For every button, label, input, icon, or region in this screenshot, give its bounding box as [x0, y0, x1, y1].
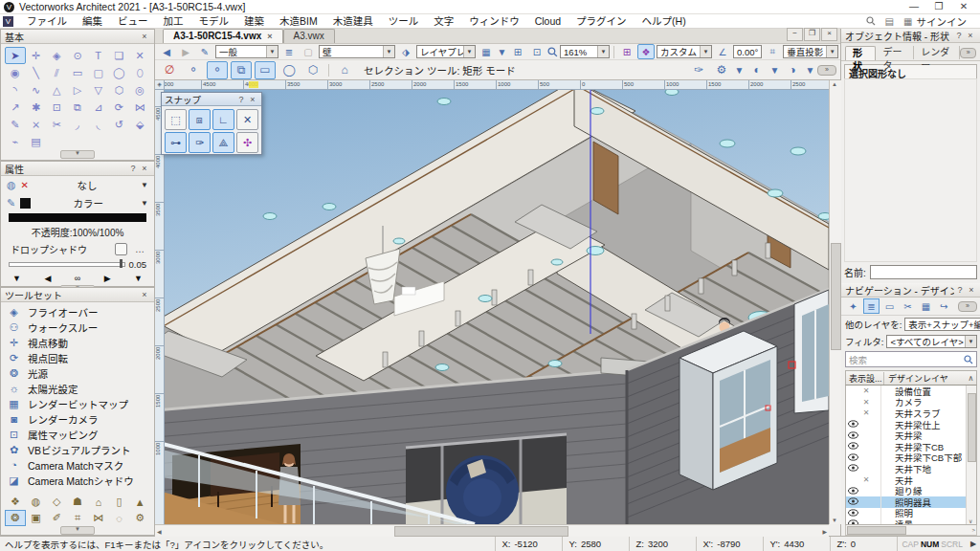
basic-tool-2[interactable]: ◈ [46, 47, 67, 64]
disable-interactive-icon[interactable]: ∅ [159, 61, 180, 79]
basic-tool-0[interactable]: ➤ [5, 47, 26, 64]
layer-list-vscrollbar[interactable]: ∨ [966, 386, 976, 524]
column-visibility[interactable]: 表示設... [846, 372, 884, 385]
help-icon[interactable]: ? [127, 164, 139, 173]
nav-mode-icon-3[interactable]: ✂ [900, 298, 916, 314]
toolset-item-5[interactable]: ☼太陽光設定 [1, 381, 154, 396]
object-info-overflow-button[interactable]: » [960, 48, 976, 58]
search-icon[interactable] [866, 16, 876, 26]
object-name-input[interactable] [870, 265, 977, 279]
column-design-layer[interactable]: デザインレイヤ [884, 372, 966, 385]
visible-eye-icon[interactable] [846, 463, 859, 474]
attributes-palette-titlebar[interactable]: 属性 ? × [1, 162, 154, 176]
rectangle-marquee-mode[interactable]: ▭ [255, 61, 276, 79]
basic-tool-18[interactable]: ▽ [88, 81, 109, 99]
tab-data[interactable]: データ [876, 46, 914, 59]
toolset-category-icon-0[interactable]: ❖ [5, 494, 26, 510]
close-icon[interactable]: × [965, 31, 976, 40]
mdi-close-button[interactable]: × [821, 28, 837, 41]
basic-tool-24[interactable]: ⧉ [67, 99, 88, 116]
canvas-vertical-scrollbar[interactable]: ▲ ▼ [829, 80, 841, 524]
layer-name[interactable]: 遠景 [881, 518, 976, 525]
menu-7[interactable]: 木造建具 [325, 14, 381, 29]
toolset-category-icon-1[interactable]: ◍ [26, 494, 47, 510]
layer-table-header[interactable]: 表示設... デザインレイヤ ∧ [845, 370, 977, 386]
basic-tool-8[interactable]: ╲ [26, 64, 47, 81]
rotate-plan-icon[interactable]: ∠ [714, 44, 731, 59]
hidden-icon[interactable]: ✕ [859, 408, 873, 417]
toolset-item-7[interactable]: ◙レンダーカメラ [1, 411, 154, 427]
multi-select-mode[interactable]: ⚬ [207, 61, 228, 79]
fill-style-icon[interactable]: ◍ [7, 179, 16, 191]
menu-5[interactable]: 建築 [236, 14, 272, 29]
toolset-category-icon-13[interactable]: ⚙ [129, 510, 150, 526]
nav-mode-icon-4[interactable]: ▦ [918, 298, 934, 314]
fit-page-icon[interactable]: ⊞ [509, 44, 526, 59]
toolset-category-icon-10[interactable]: ⌗ [67, 510, 88, 526]
menu-3[interactable]: 加工 [156, 14, 191, 29]
toolset-category-icon-4[interactable]: ⌂ [88, 494, 109, 510]
attr-dropdown-left[interactable]: ▼ [12, 274, 21, 283]
fit-objects-icon[interactable]: ⊡ [528, 44, 546, 59]
pickup-settings-icon[interactable]: ✑ [688, 61, 709, 79]
layer-filter-dropdown[interactable]: <すべてのレイヤ>▼ [886, 335, 977, 348]
fill-style-dropdown[interactable]: なし▼ [33, 178, 148, 192]
basic-tool-20[interactable]: ◎ [129, 81, 150, 99]
basic-collapse-bar[interactable]: ▼ [1, 150, 154, 159]
help-icon[interactable]: ? [953, 31, 965, 40]
pen-style-icon[interactable]: ✎ [7, 197, 15, 209]
forward-view-button[interactable]: ▶ [177, 44, 194, 59]
layer-row-遠景[interactable]: 遠景 [846, 518, 976, 525]
snap-mode-5[interactable]: ✑ [189, 132, 211, 153]
toolset-item-10[interactable]: ◔Camera Matchマスク [1, 457, 154, 473]
polygon-marquee-mode[interactable]: ⬡ [302, 61, 323, 79]
toolset-item-6[interactable]: ▦レンダービットマップ [1, 396, 154, 411]
menu-0[interactable]: ファイル [19, 14, 75, 29]
snap-mode-2[interactable]: ∟ [212, 109, 234, 130]
signin-button[interactable]: ▦サインイン [903, 14, 967, 29]
layer-options-icon[interactable]: ≣ [280, 44, 298, 59]
modebar-overflow-button[interactable]: » [817, 65, 836, 76]
minimize-button[interactable]: — [902, 1, 926, 13]
class-options-icon[interactable]: ✎ [196, 44, 213, 59]
snap-mode-0[interactable]: ⬚ [165, 109, 187, 130]
mdi-restore-button[interactable]: ❐ [804, 28, 820, 41]
layer-list-hscrollbar[interactable]: > [845, 525, 977, 536]
toolset-item-2[interactable]: ✛視点移動 [1, 335, 154, 350]
basic-palette-titlebar[interactable]: 基本 × [1, 30, 154, 44]
menu-2[interactable]: ビュー [110, 14, 156, 29]
close-icon[interactable]: × [139, 32, 150, 41]
nav-mode-icon-1[interactable]: ≣ [863, 298, 880, 314]
pen-style-dropdown[interactable]: カラー▼ [35, 196, 148, 210]
view-preset-dropdown[interactable]: カスタム▼ [657, 45, 712, 58]
toolset-category-icon-2[interactable]: ◇ [46, 494, 67, 510]
basic-tool-25[interactable]: ⊿ [88, 99, 109, 116]
basic-tool-29[interactable]: ⨯ [26, 116, 47, 133]
menu-1[interactable]: 編集 [75, 14, 110, 29]
toolset-category-icon-5[interactable]: ▯ [109, 494, 130, 510]
nav-mode-icon-0[interactable]: ✦ [845, 298, 861, 314]
help-icon[interactable]: ? [235, 95, 247, 104]
basic-tool-32[interactable]: ◟ [88, 116, 109, 133]
constraint-icon[interactable]: ⌗ [764, 44, 781, 59]
tab-document-2[interactable]: A3.vwx [283, 29, 335, 43]
toolset-category-icon-6[interactable]: ▲ [129, 494, 150, 510]
basic-tool-17[interactable]: ▷ [67, 81, 88, 99]
visible-eye-icon[interactable] [846, 452, 859, 463]
close-icon[interactable]: × [966, 285, 977, 295]
basic-tool-28[interactable]: ✎ [5, 116, 26, 133]
active-layer-dropdown[interactable]: 壁▼ [319, 45, 395, 58]
menu-8[interactable]: ツール [381, 14, 427, 29]
nav-mode-icon-2[interactable]: ▭ [881, 298, 898, 314]
canvas-horizontal-scrollbar[interactable]: ◀ ▶ [155, 524, 829, 537]
visible-eye-icon[interactable] [846, 496, 859, 507]
layer-nav-icon[interactable]: ⬗ [397, 44, 414, 59]
attr-prev-button[interactable]: ◀ [44, 274, 51, 283]
toolset-item-8[interactable]: ⊡属性マッピング [1, 427, 154, 442]
menu-9[interactable]: 文字 [426, 14, 461, 29]
nav-mode-icon-5[interactable]: ↪ [936, 298, 952, 314]
close-button[interactable]: ✕ [951, 1, 976, 13]
basic-tool-10[interactable]: ▭ [67, 64, 88, 81]
filter-b-caret[interactable]: ▼ [805, 62, 815, 77]
basic-tool-36[interactable]: ▤ [26, 133, 47, 150]
